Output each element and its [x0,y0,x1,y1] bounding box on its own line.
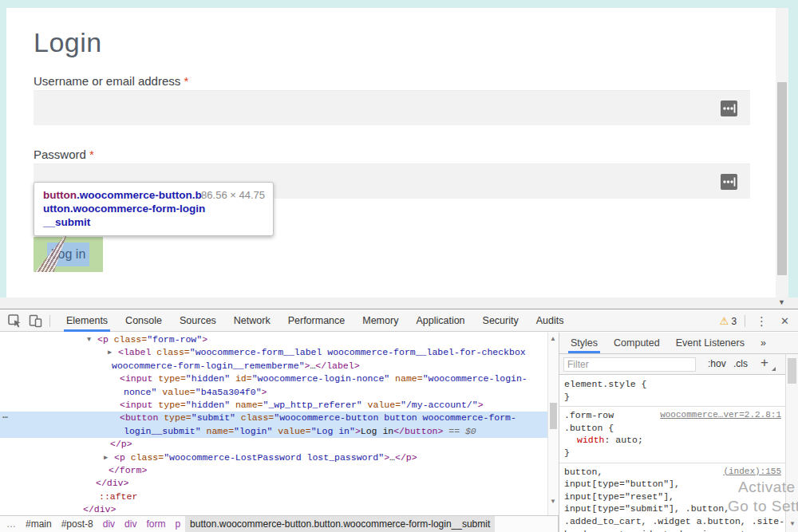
dom-tree-row[interactable]: ▶<p class="woocommerce-LostPassword lost… [0,451,547,464]
inspect-element-icon[interactable] [7,313,22,329]
class-toggle[interactable]: .cls [733,358,748,369]
devtools-tab-elements[interactable]: Elements [57,310,117,332]
css-property-name[interactable]: width [577,435,605,445]
dom-tree-row[interactable]: </p> [0,438,547,451]
code-segment: > [202,334,207,345]
code-segment: "woocommerce-form__label woocommerce-for… [190,347,526,357]
css-selector-line[interactable]: } [564,391,783,404]
code-segment: class= [109,334,147,345]
browser-page: Login Username or email address * Passwo… [0,0,798,298]
disclosure-arrow-icon[interactable]: ▶ [104,451,108,464]
password-label-text: Password [34,148,86,161]
breadcrumb-item[interactable]: button.woocommerce-button.button.woocomm… [185,516,495,532]
code-segment: login__submit" [124,426,201,436]
dom-tree-row[interactable]: </form> [0,464,547,477]
dom-tree-row[interactable]: login__submit" name="login" value="Log i… [0,425,547,438]
devtools-toolbar: ElementsConsoleSourcesNetworkPerformance… [0,310,798,332]
code-segment: </p> [395,452,417,463]
devtools-tab-memory[interactable]: Memory [354,310,407,332]
dom-tree-row[interactable]: woocommerce-form-login__rememberme">…</l… [0,360,547,372]
css-selector-line[interactable]: .button { [564,422,783,435]
dom-tree-row[interactable]: nonce" value="b4a5a304f0"> [0,386,547,399]
dom-tree-row[interactable]: ▼<p class="form-row"> [0,333,547,346]
page-background-frame [0,0,6,298]
code-segment: "Log in" [311,426,355,436]
rule-source-link[interactable]: (index):155 [723,466,781,479]
css-selector-line[interactable]: element.style { [564,378,783,391]
sidebar-tab-styles[interactable]: Styles [563,333,606,353]
warning-indicator[interactable]: ⚠ 3 [720,315,737,327]
sidebar-tab-event-listeners[interactable]: Event Listeners [668,333,753,353]
breadcrumb-item[interactable]: div [120,516,141,532]
disclosure-arrow-icon[interactable]: ▶ [108,346,112,359]
dom-tree-row[interactable]: ▶<label class="woocommerce-form__label w… [0,346,547,359]
devtools-close-icon[interactable]: ✕ [778,315,792,327]
dom-tree-row[interactable]: </div> [0,503,547,515]
breadcrumb-item[interactable]: … [0,516,21,532]
breadcrumb-item[interactable]: p [170,516,185,532]
code-segment: type= [152,400,185,410]
dom-tree-row[interactable]: ::after [0,491,547,503]
new-style-rule-button[interactable]: + [760,355,768,371]
scrollbar-thumb[interactable] [777,82,787,275]
code-segment: "b4a5a304f0" [196,387,262,397]
disclosure-arrow-icon[interactable]: ▼ [87,333,91,346]
dom-tree-row[interactable]: </div> [0,477,547,490]
page-horizontal-scrollbar[interactable] [0,298,798,309]
devtools-tab-performance[interactable]: Performance [279,310,354,332]
scrollbar-thumb[interactable] [550,403,557,429]
css-selector-line[interactable]: .form-rowwoocommerce…ver=2.2.8:1 [564,409,783,422]
pseudo-state-toggle[interactable]: :hov [708,358,726,369]
breadcrumb-item[interactable]: #main [21,516,57,532]
css-selector-line[interactable]: input[type="submit"], .button, [564,502,783,515]
rule-source-link[interactable]: woocommerce…ver=2.2.8:1 [660,409,781,422]
code-segment: "hidden" [186,373,230,384]
css-selector-line[interactable]: } [564,447,783,459]
css-property[interactable]: width: auto; [564,434,783,447]
breadcrumb-item[interactable]: #post-8 [57,516,98,532]
css-selector-line[interactable]: input[type="button"], [564,478,783,491]
page-vertical-scrollbar[interactable] [776,8,788,298]
elements-scrollbar[interactable]: ▲ ▼ [547,333,559,515]
css-selector-line[interactable]: header-cart .widget_shopping_cart [564,528,783,532]
devtools-tab-console[interactable]: Console [117,310,171,332]
dom-tree-row[interactable]: <input type="hidden" name="_wp_http_refe… [0,399,547,412]
devtools-tab-sources[interactable]: Sources [171,310,225,332]
devtools-tab-audits[interactable]: Audits [527,310,573,332]
css-selector-line[interactable]: button,(index):155 [564,466,783,479]
scrollbar-thumb[interactable] [788,358,796,384]
devtools-tab-network[interactable]: Network [225,310,279,332]
style-rule: element.style {} [559,376,786,407]
page-title: Login [34,27,102,58]
code-segment: type= [152,373,185,384]
filter-input[interactable] [563,357,696,372]
sidebar-overflow-icon[interactable]: » [753,333,774,353]
autofill-icon[interactable] [721,174,737,190]
new-style-rule-corner [772,367,776,371]
code-segment: class= [235,412,274,423]
autofill-icon[interactable] [721,100,737,116]
devtools-panel: ElementsConsoleSourcesNetworkPerformance… [0,310,798,532]
scroll-down-icon[interactable]: ▼ [789,520,796,527]
styles-scrollbar[interactable]: ▼ [785,354,798,532]
dom-tree-row[interactable]: <input type="hidden" id="woocommerce-log… [0,372,547,385]
scroll-down-icon[interactable]: ▼ [550,498,556,505]
devtools-tab-application[interactable]: Application [407,310,473,332]
scrollbar-down-icon[interactable]: ▼ [778,298,785,306]
devtools-menu-icon[interactable]: ⋮ [753,314,770,329]
toolbar-divider [745,315,745,327]
username-input[interactable] [34,90,750,125]
scroll-up-icon[interactable]: ▲ [550,335,556,342]
code-segment: </div> [96,478,128,488]
devtools-tab-security[interactable]: Security [474,310,527,332]
tooltip-dimensions: 86.56 × 44.75 [201,189,265,201]
breadcrumb-item[interactable]: div [98,516,120,532]
device-toolbar-icon[interactable] [28,313,43,329]
css-selector-line[interactable]: input[type="reset"], [564,491,783,503]
breadcrumb-item[interactable]: form [141,516,170,532]
code-segment: value= [272,426,310,436]
required-asterisk: * [184,74,188,88]
css-selector-line[interactable]: .added_to_cart, .widget a.button, .site- [564,515,783,528]
dom-tree-row[interactable]: ⋯<button type="submit" class="woocommerc… [0,412,547,424]
sidebar-tab-computed[interactable]: Computed [606,333,668,353]
